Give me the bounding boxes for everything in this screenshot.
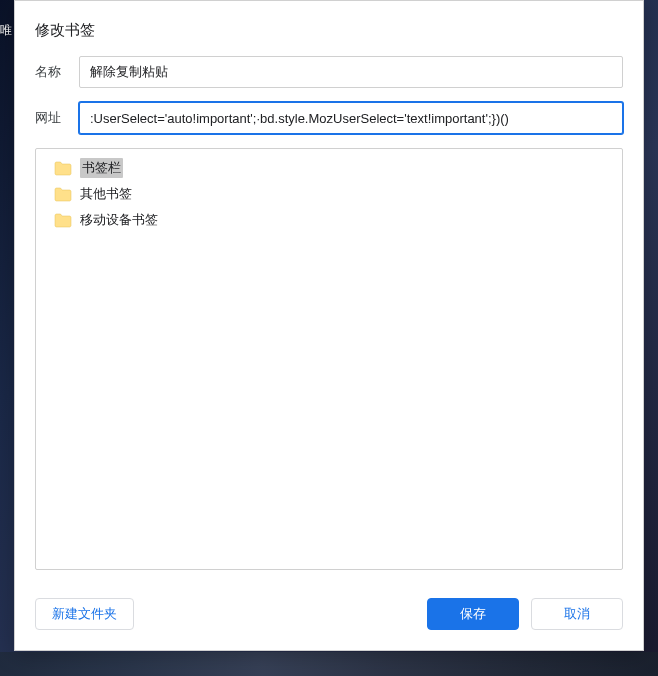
url-input[interactable] bbox=[79, 102, 623, 134]
url-label: 网址 bbox=[35, 109, 79, 127]
name-row: 名称 bbox=[35, 56, 623, 88]
folder-item-mobile-bookmarks[interactable]: 移动设备书签 bbox=[36, 207, 622, 233]
edit-bookmark-dialog: 修改书签 名称 网址 书签栏 其他书签 移动设备书签 bbox=[14, 0, 644, 651]
name-input[interactable] bbox=[79, 56, 623, 88]
name-label: 名称 bbox=[35, 63, 79, 81]
folder-item-bookmarks-bar[interactable]: 书签栏 bbox=[36, 155, 622, 181]
button-bar: 新建文件夹 保存 取消 bbox=[15, 584, 643, 650]
form-area: 名称 网址 bbox=[15, 56, 643, 148]
url-row: 网址 bbox=[35, 102, 623, 134]
folder-label: 其他书签 bbox=[80, 185, 132, 203]
folder-label: 书签栏 bbox=[80, 158, 123, 178]
folder-icon bbox=[54, 161, 72, 176]
dialog-title: 修改书签 bbox=[15, 1, 643, 56]
cancel-button[interactable]: 取消 bbox=[531, 598, 623, 630]
new-folder-button[interactable]: 新建文件夹 bbox=[35, 598, 134, 630]
folder-tree[interactable]: 书签栏 其他书签 移动设备书签 bbox=[35, 148, 623, 570]
background-bottom-strip bbox=[0, 652, 658, 676]
folder-label: 移动设备书签 bbox=[80, 211, 158, 229]
folder-item-other-bookmarks[interactable]: 其他书签 bbox=[36, 181, 622, 207]
background-partial-text: 唯 bbox=[0, 22, 12, 39]
folder-icon bbox=[54, 213, 72, 228]
save-button[interactable]: 保存 bbox=[427, 598, 519, 630]
folder-icon bbox=[54, 187, 72, 202]
